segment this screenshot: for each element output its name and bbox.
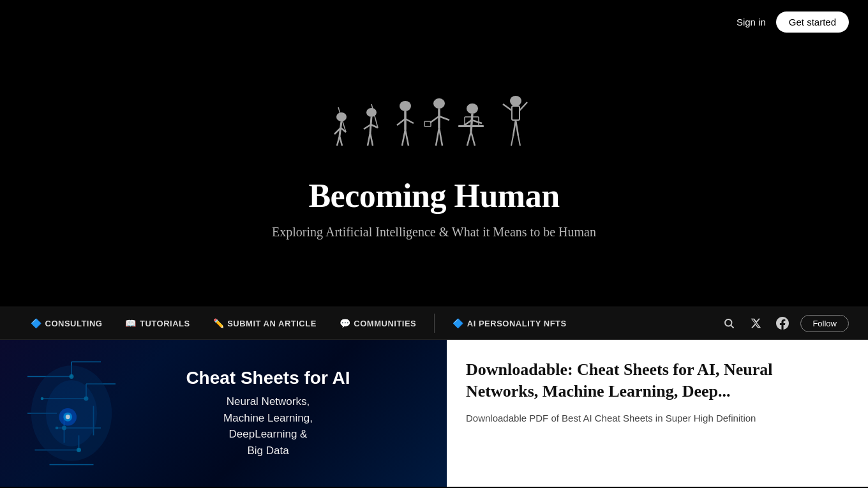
svg-line-17 (405, 130, 408, 146)
nav-label-submit: SUBMIT AN ARTICLE (227, 319, 317, 328)
hero-subtitle: Exploring Artificial Intelligence & What… (272, 225, 596, 240)
submit-icon: ✏️ (213, 318, 225, 328)
nav-label-communities: COMMUNITIES (354, 319, 416, 328)
article-image-sub1: Neural Networks, (186, 393, 350, 410)
svg-line-32 (472, 120, 482, 123)
nav-item-tutorials[interactable]: 📖 TUTORIALS (114, 307, 201, 339)
svg-line-3 (340, 136, 342, 146)
communities-icon: 💬 (340, 318, 351, 328)
svg-rect-36 (512, 106, 520, 120)
svg-line-18 (397, 119, 405, 125)
svg-line-30 (471, 132, 475, 146)
svg-point-20 (433, 98, 445, 109)
article-info: Downloadable: Cheat Sheets for AI, Neura… (447, 340, 868, 487)
svg-line-40 (518, 136, 520, 146)
sign-in-link[interactable]: Sign in (737, 17, 766, 27)
nav-item-submit[interactable]: ✏️ SUBMIT AN ARTICLE (202, 307, 328, 339)
nav-item-communities[interactable]: 💬 COMMUNITIES (328, 307, 428, 339)
svg-point-35 (510, 96, 521, 106)
svg-line-28 (471, 114, 472, 132)
svg-line-16 (402, 130, 405, 146)
svg-line-29 (467, 132, 471, 146)
svg-point-43 (725, 319, 732, 326)
navbar: 🔷 CONSULTING 📖 TUTORIALS ✏️ SUBMIT AN AR… (0, 307, 868, 340)
ai-nfts-icon: 🔷 (453, 318, 464, 328)
svg-line-23 (439, 128, 442, 146)
header: Sign in Get started (717, 0, 868, 44)
article-image[interactable]: Cheat Sheets for AI Neural Networks, Mac… (0, 340, 447, 487)
hero-image (326, 80, 542, 156)
svg-line-44 (731, 325, 734, 328)
nav-label-consulting: CONSULTING (45, 319, 103, 328)
svg-line-39 (511, 136, 513, 146)
article-description: Downloadable PDF of Best AI Cheat Sheets… (466, 411, 849, 426)
article-image-overlay: Cheat Sheets for AI Neural Networks, Mac… (0, 340, 447, 487)
nav-item-ai-nfts[interactable]: 🔷 AI PERSONALITY NFTS (441, 307, 578, 339)
svg-line-10 (370, 133, 373, 146)
nav-divider (434, 314, 435, 333)
x-twitter-icon[interactable] (747, 314, 765, 332)
svg-line-24 (430, 116, 439, 123)
nav-right: Follow (720, 314, 849, 332)
svg-point-14 (400, 101, 411, 111)
article-image-sub4: Big Data (186, 443, 350, 459)
svg-line-41 (503, 104, 512, 111)
article-title[interactable]: Downloadable: Cheat Sheets for AI, Neura… (466, 359, 849, 402)
tutorials-icon: 📖 (125, 318, 137, 328)
article-image-heading: Cheat Sheets for AI (186, 368, 350, 388)
content-section: Cheat Sheets for AI Neural Networks, Mac… (0, 340, 868, 487)
svg-line-22 (436, 128, 439, 146)
nav-label-ai-nfts: AI PERSONALITY NFTS (467, 319, 567, 328)
evolution-illustration (326, 82, 542, 155)
search-icon[interactable] (720, 314, 738, 332)
svg-line-25 (439, 116, 449, 120)
facebook-icon[interactable] (774, 314, 791, 332)
svg-line-38 (516, 120, 518, 136)
nav-label-tutorials: TUTORIALS (140, 319, 190, 328)
get-started-button[interactable]: Get started (776, 11, 849, 33)
article-image-sub2: Machine Learning, (186, 410, 350, 427)
follow-button[interactable]: Follow (800, 315, 849, 332)
svg-point-27 (467, 103, 478, 114)
hero-section: Becoming Human Exploring Artificial Inte… (0, 0, 868, 307)
svg-line-19 (405, 119, 414, 123)
article-image-sub3: DeepLearning & (186, 426, 350, 443)
nav-item-consulting[interactable]: 🔷 CONSULTING (19, 307, 114, 339)
consulting-icon: 🔷 (31, 318, 42, 328)
hero-title: Becoming Human (308, 177, 559, 215)
article-image-text: Cheat Sheets for AI Neural Networks, Mac… (186, 368, 350, 459)
